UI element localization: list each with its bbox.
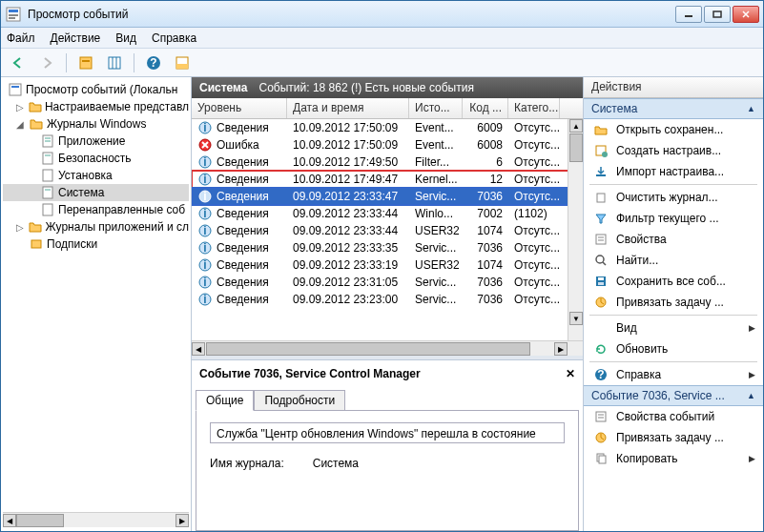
log-icon xyxy=(40,151,55,166)
menu-view[interactable]: Вид xyxy=(115,31,136,45)
table-row[interactable]: i Сведения 09.09.2012 23:33:19 USER32 10… xyxy=(192,256,583,274)
action-item[interactable]: Привязать задачу ... xyxy=(584,292,763,313)
grid-vscrollbar[interactable]: ▲ ▼ xyxy=(568,119,583,340)
cell-category: Отсутс... xyxy=(508,293,560,306)
menu-action[interactable]: Действие xyxy=(51,31,101,45)
grid-hscrollbar[interactable]: ◀ ▶ xyxy=(192,340,583,356)
table-row[interactable]: i Сведения 10.09.2012 17:50:09 Event... … xyxy=(192,119,583,136)
action-item[interactable]: Сохранить все соб... xyxy=(584,271,763,292)
info-icon: i xyxy=(197,258,213,272)
info-icon: i xyxy=(197,121,213,134)
action-item[interactable]: Обновить xyxy=(584,338,763,359)
tab-general[interactable]: Общие xyxy=(196,390,254,411)
col-datetime[interactable]: Дата и время xyxy=(287,98,409,118)
cell-level: Сведения xyxy=(217,276,269,289)
tree-system[interactable]: Система xyxy=(3,184,189,201)
scroll-down-icon[interactable]: ▼ xyxy=(569,312,583,325)
back-button[interactable] xyxy=(7,51,30,74)
maximize-button[interactable] xyxy=(704,6,731,23)
tree-label: Безопасность xyxy=(58,152,132,165)
expand-icon[interactable]: ▷ xyxy=(14,102,25,113)
tree-subscriptions[interactable]: Подписки xyxy=(3,235,189,253)
menu-file[interactable]: Файл xyxy=(7,31,35,45)
action-item[interactable]: Импорт настраива... xyxy=(584,161,763,182)
tree-setup[interactable]: Установка xyxy=(3,167,189,184)
collapse-icon[interactable]: ▲ xyxy=(747,391,755,400)
scroll-right-icon[interactable]: ▶ xyxy=(176,514,189,527)
tree-application[interactable]: Приложение xyxy=(3,133,189,150)
table-row[interactable]: i Сведения 10.09.2012 17:49:47 Kernel...… xyxy=(192,171,583,188)
collapse-icon[interactable]: ▲ xyxy=(747,104,755,113)
action-item[interactable]: Найти... xyxy=(584,250,763,271)
table-row[interactable]: i Сведения 09.09.2012 23:33:47 Servic...… xyxy=(192,188,583,205)
tree-root[interactable]: Просмотр событий (Локальн xyxy=(3,81,189,98)
svg-rect-25 xyxy=(43,187,52,198)
info-icon: i xyxy=(197,190,213,203)
eventviewer-icon xyxy=(8,82,23,97)
cell-level: Сведения xyxy=(217,190,269,203)
col-source[interactable]: Исто... xyxy=(409,98,463,118)
titlebar: Просмотр событий xyxy=(1,1,763,28)
tree-security[interactable]: Безопасность xyxy=(3,150,189,167)
action-item[interactable]: Вид▶ xyxy=(584,317,763,338)
action-item[interactable]: Создать настраив... xyxy=(584,140,763,161)
table-row[interactable]: i Сведения 09.09.2012 23:33:35 Servic...… xyxy=(192,239,583,256)
action-label: Привязать задачу ... xyxy=(616,431,724,444)
table-row[interactable]: i Сведения 10.09.2012 17:49:50 Filter...… xyxy=(192,153,583,171)
expand-icon[interactable]: ▷ xyxy=(14,222,25,233)
action-item[interactable]: Свойства событий xyxy=(584,406,763,427)
action-item[interactable]: Очистить журнал... xyxy=(584,187,763,208)
content-area: Просмотр событий (Локальн ▷ Настраиваемы… xyxy=(1,77,763,531)
tree-custom-views[interactable]: ▷ Настраиваемые представл xyxy=(3,98,189,115)
scroll-left-icon[interactable]: ◀ xyxy=(3,514,16,527)
show-tree-button[interactable] xyxy=(74,51,97,74)
scroll-thumb[interactable] xyxy=(16,514,64,527)
log-icon xyxy=(40,133,55,149)
svg-text:?: ? xyxy=(150,56,156,70)
close-button[interactable] xyxy=(733,6,759,23)
forward-button[interactable] xyxy=(35,51,58,74)
tree-windows-logs[interactable]: ◢ Журналы Windows xyxy=(3,115,189,133)
tree-hscrollbar[interactable]: ◀ ▶ xyxy=(3,512,189,527)
scroll-left-icon[interactable]: ◀ xyxy=(192,342,205,356)
action-group-header[interactable]: Система▲ xyxy=(584,98,763,119)
preview-button[interactable] xyxy=(171,51,194,74)
table-row[interactable]: i Сведения 09.09.2012 23:33:44 Winlo... … xyxy=(192,205,583,222)
svg-text:i: i xyxy=(203,155,206,169)
action-item[interactable]: Фильтр текущего ... xyxy=(584,208,763,229)
scroll-up-icon[interactable]: ▲ xyxy=(569,119,583,133)
center-header: Система Событий: 18 862 (!) Есть новые с… xyxy=(192,77,583,98)
minimize-button[interactable] xyxy=(675,6,702,23)
detail-pane: Событие 7036, Service Control Manager ✕ … xyxy=(192,359,583,531)
tree-app-services[interactable]: ▷ Журналы приложений и сл xyxy=(3,218,189,235)
table-row[interactable]: i Сведения 09.09.2012 23:23:00 Servic...… xyxy=(192,291,583,308)
table-row[interactable]: Ошибка 10.09.2012 17:50:09 Event... 6008… xyxy=(192,136,583,153)
action-item[interactable]: ?Справка▶ xyxy=(584,364,763,385)
detail-close-icon[interactable]: ✕ xyxy=(562,367,579,380)
scroll-thumb[interactable] xyxy=(206,342,530,356)
action-item[interactable]: Открыть сохранен... xyxy=(584,119,763,140)
table-row[interactable]: i Сведения 09.09.2012 23:31:05 Servic...… xyxy=(192,274,583,291)
svg-rect-9 xyxy=(82,60,90,62)
help-button[interactable]: ? xyxy=(142,51,165,74)
collapse-icon[interactable]: ◢ xyxy=(14,119,26,130)
action-item[interactable]: Привязать задачу ... xyxy=(584,427,763,448)
scroll-right-icon[interactable]: ▶ xyxy=(554,342,568,356)
col-category[interactable]: Катего... xyxy=(508,98,560,118)
col-level[interactable]: Уровень xyxy=(192,98,287,118)
tree-forwarded[interactable]: Перенаправленные соб xyxy=(3,201,189,218)
table-row[interactable]: i Сведения 09.09.2012 23:33:44 USER32 10… xyxy=(192,222,583,239)
tab-details[interactable]: Подробности xyxy=(254,390,345,411)
action-label: Очистить журнал... xyxy=(616,191,718,204)
refresh-icon xyxy=(593,341,609,357)
cell-category: Отсутс... xyxy=(508,276,560,289)
cell-level: Сведения xyxy=(217,293,269,306)
action-item[interactable]: Копировать▶ xyxy=(584,448,763,469)
columns-button[interactable] xyxy=(103,51,126,74)
menu-help[interactable]: Справка xyxy=(152,31,196,45)
action-group-header[interactable]: Событие 7036, Service ...▲ xyxy=(584,385,763,406)
action-item[interactable]: Свойства xyxy=(584,229,763,250)
scroll-thumb[interactable] xyxy=(569,133,583,162)
col-eventid[interactable]: Код ... xyxy=(463,98,508,118)
actions-pane: Действия Система▲Открыть сохранен...Созд… xyxy=(584,77,763,531)
